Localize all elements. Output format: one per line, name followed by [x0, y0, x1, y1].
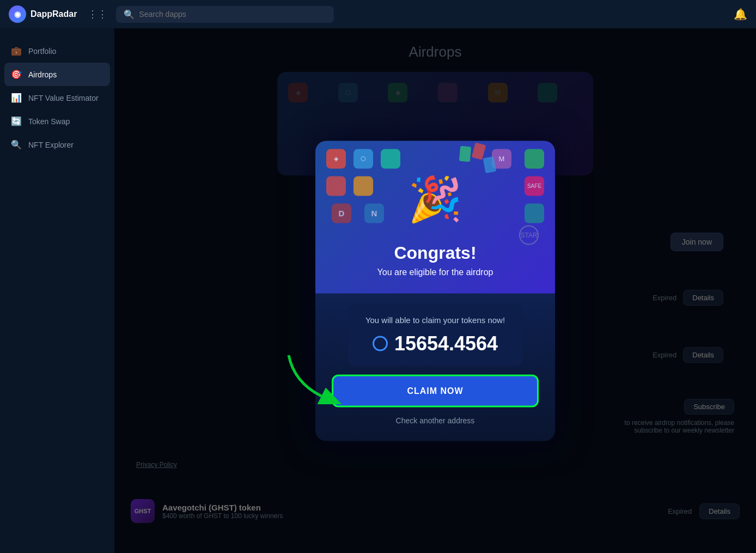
- token-amount-row: 15654.4564: [361, 332, 509, 355]
- search-input[interactable]: [139, 10, 326, 19]
- token-box: You will able to claim your tokens now! …: [348, 304, 522, 366]
- sidebar-item-portfolio[interactable]: 💼 Portfolio: [0, 39, 114, 63]
- notification-bell-icon[interactable]: 🔔: [734, 8, 747, 21]
- top-navbar: ◉ DappRadar ⋮⋮ 🔍 🔔: [0, 0, 756, 28]
- eligible-text: You are eligible for the airdrop: [377, 267, 493, 277]
- claim-now-button[interactable]: CLAIM NOW: [332, 374, 539, 407]
- nft-estimator-icon: 📊: [11, 93, 22, 103]
- search-icon: 🔍: [124, 9, 135, 20]
- sidebar-item-token-swap[interactable]: 🔄 Token Swap: [0, 110, 114, 133]
- green-arrow-indicator: [283, 350, 349, 404]
- sidebar-item-label: Airdrops: [28, 70, 57, 79]
- portfolio-icon: 💼: [11, 46, 22, 56]
- token-claim-text: You will able to claim your tokens now!: [361, 315, 509, 324]
- token-claim-section: You will able to claim your tokens now! …: [315, 293, 555, 366]
- grid-icon[interactable]: ⋮⋮: [88, 8, 107, 20]
- sidebar-item-label: NFT Explorer: [28, 141, 74, 149]
- check-another-address-link[interactable]: Check another address: [315, 416, 555, 424]
- token-swap-icon: 🔄: [11, 116, 22, 126]
- sidebar-item-nft-estimator[interactable]: 📊 NFT Value Estimator: [0, 86, 114, 110]
- confetti-emoji: 🎉: [408, 173, 462, 224]
- token-amount: 15654.4564: [394, 332, 498, 355]
- sidebar-item-nft-explorer[interactable]: 🔍 NFT Explorer: [0, 133, 114, 156]
- sidebar-item-airdrops[interactable]: 🎯 Airdrops: [4, 63, 110, 86]
- sidebar-item-label: NFT Value Estimator: [28, 94, 99, 102]
- logo-icon: ◉: [9, 5, 26, 23]
- congrats-title: Congrats!: [377, 242, 493, 263]
- nft-explorer-icon: 🔍: [11, 139, 22, 150]
- logo-text: DappRadar: [31, 9, 77, 19]
- airdrops-icon: 🎯: [11, 69, 22, 80]
- modal-header: ◈ ⬡ M SAFE D N STAR 🎉 Congrats!: [315, 141, 555, 293]
- search-bar[interactable]: 🔍: [116, 6, 334, 23]
- logo[interactable]: ◉ DappRadar: [9, 5, 77, 23]
- sidebar-item-label: Portfolio: [28, 47, 56, 56]
- claim-button-wrapper: CLAIM NOW: [315, 366, 555, 411]
- token-circle-icon: [373, 336, 388, 351]
- main-content: Airdrops ◈ ⬡ ◆ M Join now Expired Detail…: [114, 28, 756, 553]
- sidebar-item-label: Token Swap: [28, 117, 70, 126]
- sidebar: 💼 Portfolio 🎯 Airdrops 📊 NFT Value Estim…: [0, 28, 114, 553]
- congrats-modal: ◈ ⬡ M SAFE D N STAR 🎉 Congrats!: [315, 141, 555, 441]
